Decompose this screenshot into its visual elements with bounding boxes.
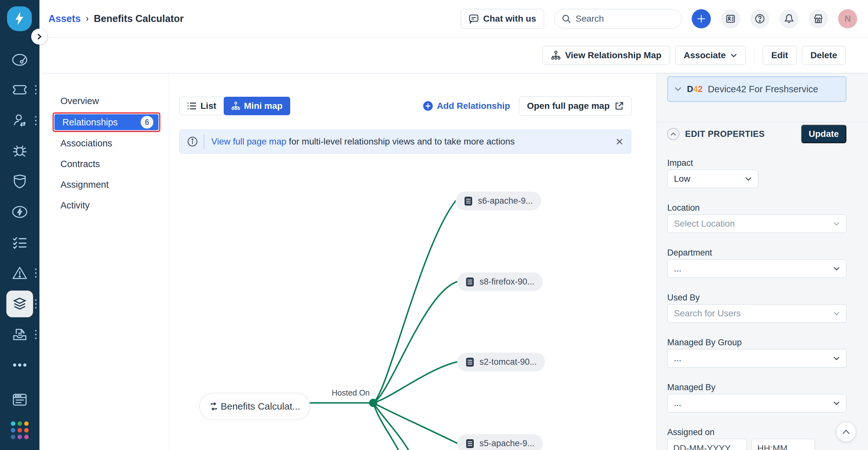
server-icon: [465, 277, 474, 287]
assigned-on-label: Assigned on: [667, 427, 846, 437]
sitemap-icon: [551, 50, 561, 60]
search-icon: [562, 14, 571, 24]
assigned-time-input[interactable]: [751, 439, 815, 450]
managed-by-select[interactable]: ...: [667, 394, 846, 413]
impact-select[interactable]: Low: [667, 170, 758, 188]
chevron-right-icon: [36, 33, 42, 40]
used-by-select[interactable]: Search for Users: [667, 304, 846, 323]
shield-icon[interactable]: [0, 167, 39, 197]
chevron-down-icon: [745, 177, 751, 181]
relationships-count-badge: 6: [141, 116, 153, 128]
device42-logo: D42: [687, 84, 703, 94]
location-label: Location: [667, 203, 846, 213]
scroll-to-top-button[interactable]: [836, 422, 856, 442]
panel-divider: [656, 122, 868, 122]
view-relationship-map-button[interactable]: View Relationship Map: [542, 46, 670, 65]
contact-card-icon: [725, 14, 736, 24]
freshworks-logo-icon[interactable]: [7, 6, 32, 31]
quick-create-button[interactable]: [692, 9, 711, 28]
freshworks-switcher-button[interactable]: [721, 9, 740, 28]
global-search[interactable]: [554, 9, 682, 29]
solutions-kebab-icon[interactable]: [35, 330, 37, 339]
question-icon: [754, 13, 765, 24]
asset-node-s5-apache[interactable]: s5-apache-9...: [457, 434, 543, 450]
relationship-map-panel: List Mini map Add Relationship: [169, 73, 656, 450]
chevron-up-icon: [671, 132, 676, 136]
department-select[interactable]: ...: [667, 259, 846, 278]
properties-panel: D42 Device42 For Freshservice EDIT PROPE…: [656, 73, 868, 450]
admin-icon[interactable]: [0, 385, 39, 414]
nav-item-relationships[interactable]: Relationships 6: [54, 114, 158, 130]
associate-button[interactable]: Associate: [675, 46, 746, 65]
help-button[interactable]: [750, 9, 769, 28]
chevron-down-icon: [833, 356, 840, 361]
solutions-icon[interactable]: [0, 320, 39, 349]
cycle-icon: [209, 401, 219, 411]
chat-with-us-button[interactable]: Chat with us: [461, 9, 544, 29]
nav-item-associations[interactable]: Associations: [39, 133, 168, 154]
chat-icon: [469, 14, 479, 24]
assets-icon-active[interactable]: [0, 289, 39, 319]
update-button[interactable]: Update: [801, 125, 846, 143]
impact-label: Impact: [667, 158, 846, 168]
more-items-icon[interactable]: [0, 350, 39, 380]
nav-item-assignment[interactable]: Assignment: [39, 174, 168, 195]
marketplace-button[interactable]: [809, 9, 828, 28]
annotation-highlight-box: Relationships 6: [53, 112, 160, 132]
tickets-kebab-icon[interactable]: [35, 85, 37, 94]
top-header: Assets › Benefits Calculator Chat with u…: [39, 0, 868, 37]
tickets-icon[interactable]: [0, 75, 39, 104]
storefront-icon: [813, 14, 824, 24]
requesters-icon[interactable]: [0, 106, 39, 135]
assets-kebab-icon[interactable]: [35, 299, 37, 309]
bug-icon[interactable]: [0, 137, 39, 166]
assigned-date-input[interactable]: [667, 439, 747, 450]
nav-item-activity[interactable]: Activity: [39, 195, 168, 216]
edit-button[interactable]: Edit: [763, 46, 797, 65]
requesters-kebab-icon[interactable]: [35, 116, 37, 125]
server-icon: [465, 357, 474, 367]
page-title: Benefits Calculator: [94, 13, 184, 25]
breadcrumb-chevron-icon: ›: [86, 14, 89, 24]
sidebar-expand-button[interactable]: [31, 29, 47, 44]
asset-node-s8-firefox[interactable]: s8-firefox-90...: [457, 272, 543, 291]
problems-icon[interactable]: [0, 259, 39, 288]
app-switcher-icon[interactable]: [0, 416, 39, 445]
collapse-section-button[interactable]: [667, 128, 679, 140]
location-select[interactable]: Select Location: [667, 214, 846, 233]
toolbar-divider: [754, 47, 754, 64]
device42-card[interactable]: D42 Device42 For Freshservice: [667, 77, 846, 102]
user-avatar[interactable]: N: [838, 9, 857, 28]
server-icon: [464, 196, 473, 206]
asset-node-s2-tomcat[interactable]: s2-tomcat-90...: [457, 353, 545, 371]
edge-hub-dot: [369, 399, 377, 407]
notifications-button[interactable]: [779, 9, 799, 28]
delete-button[interactable]: Delete: [802, 46, 846, 65]
plus-icon: [696, 14, 706, 24]
major-incident-icon[interactable]: [0, 197, 39, 227]
used-by-label: Used By: [667, 293, 846, 302]
assets-layers-icon: [6, 291, 33, 317]
department-label: Department: [667, 248, 846, 258]
checklist-icon[interactable]: [0, 228, 39, 257]
breadcrumb-assets-link[interactable]: Assets: [49, 13, 81, 25]
dashboard-icon[interactable]: [0, 45, 39, 74]
managed-by-group-label: Managed By Group: [667, 338, 846, 347]
nav-item-contracts[interactable]: Contracts: [39, 154, 168, 174]
asset-node-s6-apache[interactable]: s6-apache-9...: [456, 191, 541, 210]
edit-properties-title: EDIT PROPERTIES: [685, 129, 765, 139]
freshservice-app: Assets › Benefits Calculator Chat with u…: [0, 0, 868, 450]
asset-node-benefits-calculator[interactable]: Benefits Calculat...: [199, 393, 310, 420]
problems-kebab-icon[interactable]: [35, 269, 37, 278]
asset-action-toolbar: View Relationship Map Associate Edit Del…: [39, 37, 868, 73]
chevron-down-icon: [833, 267, 840, 271]
chevron-up-icon: [842, 429, 850, 434]
chevron-down-icon: [833, 311, 840, 316]
chevron-down-icon: [730, 53, 737, 58]
chevron-down-icon: [674, 87, 682, 92]
nav-item-overview[interactable]: Overview: [39, 91, 168, 111]
search-input[interactable]: [576, 14, 665, 24]
app-sidebar: [0, 0, 39, 450]
managed-by-group-select[interactable]: ...: [667, 349, 846, 367]
edge-label-hosted-on: Hosted On: [319, 388, 370, 397]
